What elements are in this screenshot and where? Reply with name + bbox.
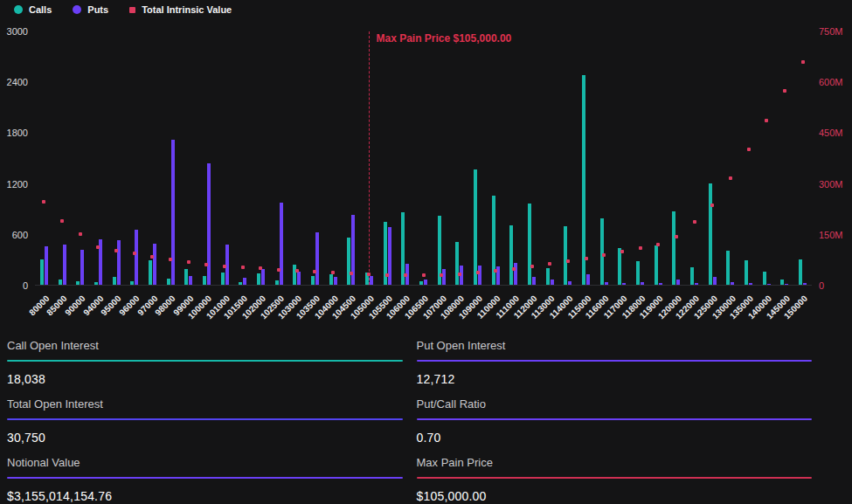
put-bar[interactable] — [749, 283, 752, 285]
call-bar[interactable] — [239, 282, 242, 285]
call-bar[interactable] — [76, 281, 80, 285]
intrinsic-value-point[interactable] — [79, 232, 82, 236]
put-bar[interactable] — [80, 250, 84, 285]
call-bar[interactable] — [564, 226, 567, 285]
call-bar[interactable] — [546, 268, 550, 285]
intrinsic-value-point[interactable] — [639, 246, 642, 250]
bar-group-99000[interactable] — [179, 31, 197, 285]
intrinsic-value-point[interactable] — [548, 262, 551, 266]
put-bar[interactable] — [315, 232, 319, 285]
put-bar[interactable] — [334, 277, 337, 285]
bar-group-103500[interactable] — [306, 31, 324, 285]
bar-group-116000[interactable] — [595, 31, 613, 285]
intrinsic-value-point[interactable] — [422, 273, 426, 277]
call-bar[interactable] — [347, 238, 350, 285]
intrinsic-value-point[interactable] — [331, 271, 335, 274]
put-bar[interactable] — [243, 278, 246, 285]
call-bar[interactable] — [149, 260, 152, 285]
call-bar[interactable] — [745, 260, 748, 285]
bar-group-112000[interactable] — [523, 31, 541, 285]
call-bar[interactable] — [726, 251, 730, 285]
bar-group-110000[interactable] — [487, 31, 505, 285]
intrinsic-value-point[interactable] — [530, 265, 534, 268]
intrinsic-value-point[interactable] — [476, 271, 480, 274]
call-bar[interactable] — [184, 269, 188, 285]
intrinsic-value-point[interactable] — [404, 273, 407, 277]
intrinsic-value-point[interactable] — [783, 89, 786, 93]
put-bar[interactable] — [785, 284, 788, 285]
call-bar[interactable] — [799, 259, 802, 285]
intrinsic-value-point[interactable] — [675, 235, 678, 238]
bar-group-97000[interactable] — [143, 31, 162, 285]
call-bar[interactable] — [59, 280, 62, 285]
call-bar[interactable] — [780, 280, 784, 285]
bar-group-103000[interactable] — [287, 31, 306, 285]
bar-group-114000[interactable] — [559, 31, 578, 285]
call-bar[interactable] — [94, 282, 98, 285]
put-bar[interactable] — [297, 272, 301, 285]
put-bar[interactable] — [442, 269, 446, 285]
call-bar[interactable] — [618, 248, 621, 285]
intrinsic-value-point[interactable] — [801, 60, 805, 64]
intrinsic-value-point[interactable] — [458, 273, 461, 276]
intrinsic-value-point[interactable] — [693, 220, 696, 224]
put-bar[interactable] — [478, 266, 481, 285]
intrinsic-value-point[interactable] — [602, 253, 606, 257]
put-bar[interactable] — [63, 245, 66, 285]
call-bar[interactable] — [113, 277, 116, 285]
call-bar[interactable] — [167, 279, 170, 285]
call-bar[interactable] — [655, 245, 658, 285]
bar-group-109000[interactable] — [468, 31, 487, 285]
put-bar[interactable] — [767, 284, 771, 285]
call-bar[interactable] — [509, 225, 513, 285]
call-bar[interactable] — [130, 281, 134, 285]
bar-group-104000[interactable] — [324, 31, 343, 285]
put-bar[interactable] — [189, 276, 192, 285]
intrinsic-value-point[interactable] — [169, 258, 172, 261]
call-bar[interactable] — [275, 280, 279, 285]
call-bar[interactable] — [474, 169, 477, 285]
intrinsic-value-point[interactable] — [385, 273, 389, 277]
bar-group-120000[interactable] — [668, 31, 686, 285]
put-bar[interactable] — [117, 240, 121, 285]
bar-group-119000[interactable] — [649, 31, 668, 285]
bar-group-111000[interactable] — [505, 31, 523, 285]
intrinsic-value-point[interactable] — [150, 255, 154, 259]
call-bar[interactable] — [600, 218, 604, 285]
bar-group-96000[interactable] — [125, 31, 143, 285]
intrinsic-value-point[interactable] — [710, 204, 714, 207]
bar-group-135000[interactable] — [739, 31, 758, 285]
intrinsic-value-point[interactable] — [42, 200, 45, 204]
bar-group-145000[interactable] — [776, 31, 794, 285]
put-bar[interactable] — [605, 282, 608, 285]
bar-group-101000[interactable] — [216, 31, 234, 285]
intrinsic-value-point[interactable] — [656, 243, 660, 246]
bar-group-100000[interactable] — [197, 31, 216, 285]
put-bar[interactable] — [641, 282, 644, 285]
intrinsic-value-point[interactable] — [60, 219, 64, 223]
put-bar[interactable] — [731, 282, 734, 285]
put-bar[interactable] — [695, 283, 698, 285]
put-bar[interactable] — [551, 280, 554, 285]
bar-group-85000[interactable] — [53, 31, 72, 285]
intrinsic-value-point[interactable] — [512, 267, 516, 271]
put-bar[interactable] — [659, 283, 662, 285]
call-bar[interactable] — [329, 274, 333, 285]
put-bar[interactable] — [676, 280, 680, 285]
call-bar[interactable] — [528, 204, 531, 285]
bar-group-98000[interactable] — [162, 31, 180, 285]
intrinsic-value-point[interactable] — [765, 119, 768, 122]
intrinsic-value-point[interactable] — [313, 270, 316, 273]
call-bar[interactable] — [709, 183, 712, 285]
put-bar[interactable] — [713, 277, 717, 285]
call-bar[interactable] — [690, 267, 694, 285]
intrinsic-value-point[interactable] — [259, 266, 262, 270]
intrinsic-value-point[interactable] — [277, 268, 281, 272]
call-bar[interactable] — [203, 276, 206, 285]
bar-group-101500[interactable] — [233, 31, 252, 285]
put-bar[interactable] — [45, 246, 48, 285]
legend-item-puts[interactable]: Puts — [73, 4, 108, 15]
put-bar[interactable] — [153, 244, 156, 285]
plot-area[interactable]: Max Pain Price $105,000.00 — [35, 31, 812, 286]
call-bar[interactable] — [257, 273, 260, 285]
